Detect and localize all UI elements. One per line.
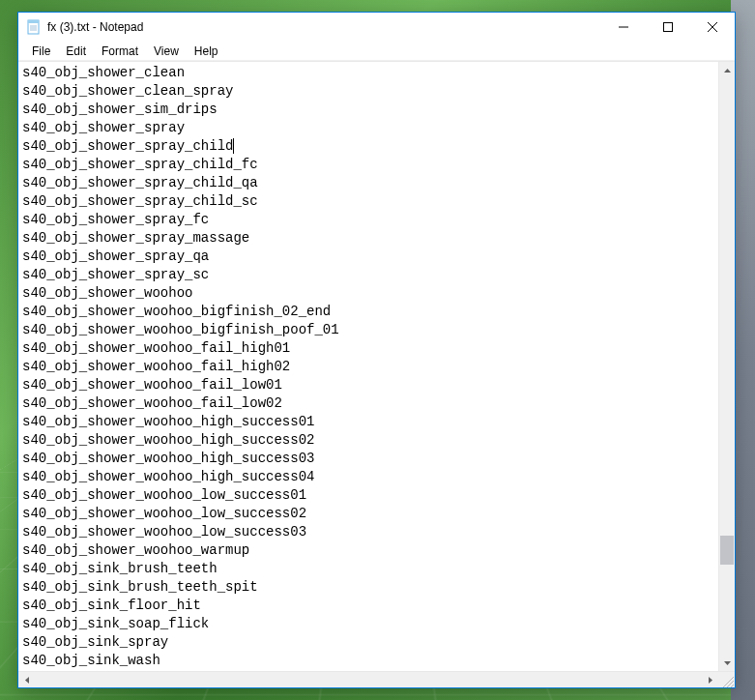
window-title: fx (3).txt - Notepad <box>47 20 601 34</box>
text-line: s40_obj_sink_wash <box>22 652 714 670</box>
svg-rect-6 <box>664 23 673 32</box>
text-line: s40_obj_shower_spray <box>22 119 714 137</box>
svg-line-14 <box>727 681 734 687</box>
text-line: s40_obj_shower_sim_drips <box>22 101 714 119</box>
text-line: s40_obj_shower_woohoo_bigfinish_poof_01 <box>22 321 714 339</box>
editor-container: s40_obj_shower_cleans40_obj_shower_clean… <box>18 61 735 671</box>
window-controls <box>601 13 735 42</box>
scroll-up-arrow-icon[interactable] <box>719 62 735 78</box>
text-line: s40_obj_shower_woohoo_low_success01 <box>22 486 714 505</box>
text-line: s40_obj_shower_woohoo_high_success01 <box>22 413 714 431</box>
text-line: s40_obj_shower_woohoo_high_success04 <box>22 468 714 486</box>
text-line: s40_obj_shower_woohoo_high_success02 <box>22 431 714 450</box>
svg-marker-11 <box>25 677 29 684</box>
horizontal-scrollbar[interactable] <box>18 671 735 687</box>
svg-marker-9 <box>724 69 731 73</box>
menu-edit[interactable]: Edit <box>58 43 94 60</box>
text-line: s40_obj_shower_woohoo_low_success02 <box>22 505 714 523</box>
text-line: s40_obj_shower_spray_fc <box>22 211 714 229</box>
menu-file[interactable]: File <box>24 43 58 60</box>
scroll-right-arrow-icon[interactable] <box>702 672 718 687</box>
titlebar[interactable]: fx (3).txt - Notepad <box>18 13 735 42</box>
text-line: s40_obj_shower_spray_massage <box>22 229 714 248</box>
text-line: s40_obj_shower_woohoo_bigfinish_02_end <box>22 303 714 321</box>
text-line: s40_obj_sink_brush_teeth_spit <box>22 578 714 597</box>
text-line: s40_obj_shower_woohoo_fail_low02 <box>22 394 714 413</box>
notepad-window: fx (3).txt - Notepad File Edit Format Vi… <box>17 12 736 688</box>
close-button[interactable] <box>690 13 735 42</box>
text-line: s40_obj_shower_woohoo_warmup <box>22 541 714 560</box>
menu-help[interactable]: Help <box>187 43 226 60</box>
text-line: s40_obj_shower_woohoo <box>22 284 714 303</box>
vertical-scrollbar[interactable] <box>718 62 735 671</box>
notepad-icon <box>26 19 42 35</box>
svg-rect-1 <box>28 20 39 23</box>
menu-view[interactable]: View <box>146 43 187 60</box>
scrollbar-thumb[interactable] <box>720 536 734 565</box>
text-line: s40_obj_sink_floor_hit <box>22 597 714 615</box>
scroll-left-arrow-icon[interactable] <box>18 672 35 687</box>
text-line: s40_obj_shower_woohoo_high_success03 <box>22 450 714 468</box>
text-line: s40_obj_shower_woohoo_low_success03 <box>22 523 714 541</box>
menu-format[interactable]: Format <box>94 43 146 60</box>
menubar: File Edit Format View Help <box>18 42 735 61</box>
text-line: s40_obj_shower_clean_spray <box>22 82 714 101</box>
text-line: s40_obj_sink_soap_flick <box>22 615 714 633</box>
hscroll-track[interactable] <box>35 672 702 687</box>
text-line: s40_obj_shower_spray_child_sc <box>22 192 714 211</box>
text-line: s40_obj_shower_spray_child <box>22 137 714 156</box>
resize-grip[interactable] <box>718 672 735 687</box>
text-editor[interactable]: s40_obj_shower_cleans40_obj_shower_clean… <box>18 62 718 671</box>
text-line: s40_obj_shower_spray_child_fc <box>22 156 714 174</box>
svg-marker-12 <box>709 677 712 684</box>
svg-marker-10 <box>724 661 731 665</box>
svg-line-15 <box>731 685 734 687</box>
minimize-button[interactable] <box>601 13 646 42</box>
text-line: s40_obj_sink_spray <box>22 633 714 652</box>
text-line: s40_obj_sink_brush_teeth <box>22 560 714 578</box>
scroll-down-arrow-icon[interactable] <box>719 655 735 671</box>
text-line: s40_obj_shower_spray_sc <box>22 266 714 284</box>
maximize-button[interactable] <box>646 13 690 42</box>
text-line: s40_obj_shower_spray_qa <box>22 248 714 266</box>
text-line: s40_obj_shower_woohoo_fail_high02 <box>22 358 714 376</box>
text-line: s40_obj_shower_woohoo_fail_high01 <box>22 339 714 358</box>
text-line: s40_obj_shower_spray_child_qa <box>22 174 714 192</box>
text-line: s40_obj_shower_clean <box>22 64 714 82</box>
text-line: s40_obj_shower_woohoo_fail_low01 <box>22 376 714 394</box>
